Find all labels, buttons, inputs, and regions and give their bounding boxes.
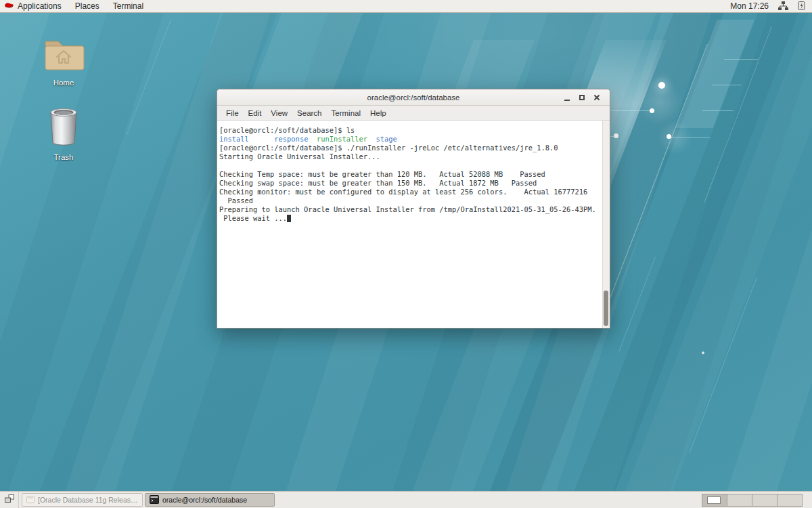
menu-view[interactable]: View bbox=[266, 109, 292, 117]
show-desktop-button[interactable] bbox=[0, 492, 19, 508]
minimize-button[interactable] bbox=[560, 91, 574, 104]
minimize-icon bbox=[564, 100, 570, 101]
maximize-button[interactable] bbox=[574, 91, 589, 104]
terminal-line: install response runInstaller stage bbox=[219, 135, 601, 144]
bottom-panel: [Oracle Database 11g Release 2 Inst… ora… bbox=[0, 491, 812, 508]
terminal-scrollbar[interactable] bbox=[602, 121, 610, 328]
terminal-line: Checking monitor: must be configured to … bbox=[219, 188, 601, 196]
menu-file[interactable]: File bbox=[221, 109, 244, 117]
top-panel: Applications Places Terminal Mon 17:26 bbox=[0, 0, 812, 13]
window-title: oracle@orcl:/soft/database bbox=[367, 93, 460, 102]
taskbar-button-terminal[interactable]: oracle@orcl:/soft/database bbox=[145, 493, 275, 507]
places-menu-label: Places bbox=[75, 1, 99, 11]
menu-help[interactable]: Help bbox=[365, 109, 391, 117]
workspace-window-miniature bbox=[707, 496, 721, 504]
terminal-body[interactable]: [oracle@orcl:/soft/database]$ lsinstall … bbox=[217, 121, 610, 328]
power-icon[interactable] bbox=[798, 1, 805, 12]
workspace-4[interactable] bbox=[777, 494, 802, 506]
window-list: [Oracle Database 11g Release 2 Inst… ora… bbox=[19, 493, 275, 507]
menu-terminal[interactable]: Terminal bbox=[327, 109, 365, 117]
terminal-cursor bbox=[287, 215, 291, 222]
places-menu[interactable]: Places bbox=[68, 0, 106, 12]
menu-edit[interactable]: Edit bbox=[244, 109, 267, 117]
workspace-3[interactable] bbox=[752, 494, 777, 506]
desktop-icon-home[interactable]: Home bbox=[37, 36, 91, 88]
applications-menu-label: Applications bbox=[18, 1, 62, 11]
terminal-line: Starting Oracle Universal Installer... bbox=[219, 152, 601, 161]
desktop-icon-trash[interactable]: Trash bbox=[37, 106, 91, 163]
taskbar-button-oracle-installer[interactable]: [Oracle Database 11g Release 2 Inst… bbox=[22, 493, 143, 507]
terminal-icon bbox=[150, 495, 159, 505]
terminal-line: [oracle@orcl:/soft/database]$ ./runInsta… bbox=[219, 144, 601, 152]
workspace-2[interactable] bbox=[727, 494, 752, 506]
terminal-line: Preparing to launch Oracle Universal Ins… bbox=[219, 205, 601, 214]
applications-menu[interactable]: Applications bbox=[0, 0, 68, 12]
terminal-line: Checking Temp space: must be greater tha… bbox=[219, 170, 601, 179]
trash-icon bbox=[48, 137, 79, 149]
terminal-titlebar[interactable]: oracle@orcl:/soft/database bbox=[217, 89, 610, 106]
menu-search[interactable]: Search bbox=[292, 109, 326, 117]
terminal-menu-label: Terminal bbox=[113, 1, 143, 11]
taskbar-button-label: [Oracle Database 11g Release 2 Inst… bbox=[38, 496, 138, 504]
workspace-1[interactable] bbox=[702, 494, 727, 506]
workspace-switcher bbox=[702, 494, 803, 507]
home-folder-icon bbox=[41, 63, 86, 75]
terminal-menubar: File Edit View Search Terminal Help bbox=[217, 106, 610, 121]
desktop-icon-label: Trash bbox=[54, 153, 74, 161]
terminal-line bbox=[219, 161, 601, 170]
terminal-output: [oracle@orcl:/soft/database]$ lsinstall … bbox=[219, 126, 601, 223]
taskbar-button-label: oracle@orcl:/soft/database bbox=[162, 496, 247, 504]
terminal-menu[interactable]: Terminal bbox=[106, 0, 150, 12]
desktop-icon-label: Home bbox=[53, 79, 74, 87]
terminal-line: Checking swap space: must be greater tha… bbox=[219, 179, 601, 188]
terminal-line: Please wait ... bbox=[219, 214, 601, 223]
scrollbar-thumb[interactable] bbox=[604, 291, 608, 326]
maximize-icon bbox=[579, 95, 585, 100]
redhat-icon bbox=[4, 1, 14, 12]
clock[interactable]: Mon 17:26 bbox=[730, 1, 769, 11]
window-icon bbox=[26, 496, 35, 505]
terminal-line: [oracle@orcl:/soft/database]$ ls bbox=[219, 126, 601, 135]
close-icon bbox=[593, 94, 600, 101]
network-icon[interactable] bbox=[777, 1, 789, 12]
terminal-window: oracle@orcl:/soft/database File Edit Vie… bbox=[217, 89, 610, 329]
close-button[interactable] bbox=[589, 91, 604, 104]
terminal-line: Passed bbox=[219, 196, 601, 205]
show-desktop-icon bbox=[4, 494, 15, 506]
